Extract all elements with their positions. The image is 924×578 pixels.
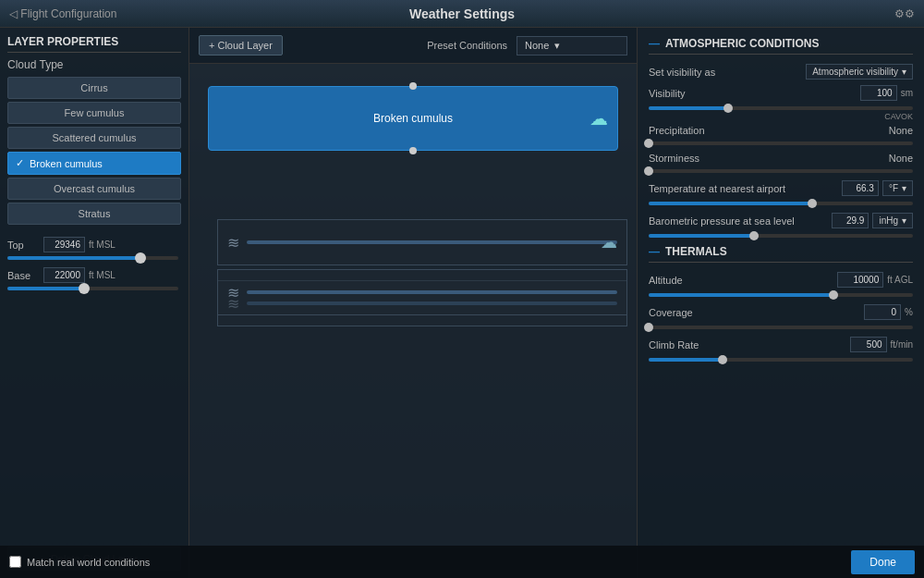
- layer-properties-title: LAYER PROPERTIES: [7, 35, 181, 53]
- settings-icon[interactable]: ⚙⚙: [894, 7, 915, 20]
- cloud-icon-small: ☁: [601, 232, 617, 252]
- top-slider[interactable]: [7, 256, 181, 260]
- temperature-unit-dropdown[interactable]: °F ▾: [882, 180, 913, 196]
- coverage-input[interactable]: [864, 304, 901, 320]
- chevron-down-icon: ▾: [554, 40, 560, 52]
- base-input[interactable]: [43, 267, 85, 283]
- altitude-slider[interactable]: [649, 293, 913, 297]
- base-row: Base ft MSL: [7, 267, 181, 283]
- storminess-slider[interactable]: [649, 169, 913, 173]
- wind-icon-2: ≋: [227, 234, 239, 252]
- coverage-label: Coverage: [649, 307, 860, 318]
- back-icon: ◁: [9, 7, 18, 20]
- main-container: LAYER PROPERTIES Cloud Type Cirrus Few c…: [0, 28, 924, 578]
- climb-rate-input[interactable]: [850, 337, 887, 352]
- precipitation-row: Precipitation None: [649, 125, 913, 136]
- set-visibility-dropdown[interactable]: Atmospheric visibility ▾: [806, 64, 913, 80]
- cloud-visualization: Broken cumulus ☁ ≋ ≋ ☁ ≋: [189, 64, 637, 578]
- bottom-dot: [409, 147, 417, 154]
- temperature-label: Temperature at nearest airport: [649, 183, 838, 194]
- cloud-btn-scattered-cumulus[interactable]: Scattered cumulus: [7, 127, 181, 149]
- add-cloud-layer-button[interactable]: + Cloud Layer: [199, 35, 283, 55]
- temp-chevron-icon: ▾: [902, 183, 906, 193]
- coverage-slider[interactable]: [649, 326, 913, 329]
- cloud-type-label: Cloud Type: [7, 58, 181, 71]
- visibility-unit: sm: [901, 88, 913, 98]
- top-row: Top ft MSL: [7, 237, 181, 252]
- broken-cumulus-label: Broken cumulus: [30, 158, 103, 169]
- storminess-label: Storminess: [649, 153, 885, 164]
- cloud-btn-overcast-cumulus[interactable]: Overcast cumulus: [7, 178, 181, 200]
- precipitation-label: Precipitation: [649, 125, 885, 136]
- match-real-world-checkbox[interactable]: [9, 556, 21, 568]
- baro-slider[interactable]: [649, 234, 913, 238]
- center-panel: + Cloud Layer Preset Conditions None ▾ B…: [189, 28, 638, 578]
- baro-input[interactable]: [832, 213, 869, 228]
- cloud-btn-cirrus[interactable]: Cirrus: [7, 77, 181, 99]
- page-title: Weather Settings: [409, 6, 515, 21]
- visibility-label: Visibility: [649, 88, 857, 99]
- wind-row-3: ≋: [217, 269, 627, 315]
- cloud-icon: ☁: [590, 107, 608, 129]
- coverage-unit: %: [905, 307, 913, 317]
- active-cloud-layer[interactable]: Broken cumulus ☁: [208, 86, 618, 151]
- atmospheric-section-title: ATMOSPHERIC CONDITIONS: [649, 37, 913, 55]
- visibility-slider[interactable]: [649, 106, 913, 110]
- climb-unit: ft/min: [891, 339, 913, 350]
- baro-unit-dropdown[interactable]: inHg ▾: [872, 213, 913, 228]
- thermals-section-title: THERMALS: [649, 245, 913, 263]
- cloud-btn-few-cumulus[interactable]: Few cumulus: [7, 102, 181, 124]
- top-bar: ◁ Flight Configuration Weather Settings …: [0, 0, 924, 28]
- base-label: Base: [7, 270, 40, 281]
- baro-label: Barometric pressure at sea level: [649, 215, 828, 227]
- wind-bar-3: [247, 290, 617, 294]
- thermals-altitude-row: Altitude ft AGL: [649, 272, 913, 288]
- cloud-btn-stratus[interactable]: Stratus: [7, 203, 181, 225]
- match-real-world-area: Match real world conditions: [9, 556, 150, 568]
- set-visibility-value: Atmospheric visibility: [812, 67, 898, 77]
- base-unit: ft MSL: [89, 270, 116, 280]
- thermals-altitude-label: Altitude: [649, 275, 833, 286]
- match-real-world-label: Match real world conditions: [27, 557, 150, 568]
- wind-icon-3: ≋: [227, 284, 239, 301]
- center-toolbar: + Cloud Layer Preset Conditions None ▾: [189, 28, 637, 64]
- chevron-icon: ▾: [902, 67, 906, 77]
- top-label: Top: [7, 240, 40, 251]
- precipitation-value: None: [889, 125, 913, 136]
- climb-rate-row: Climb Rate ft/min: [649, 337, 913, 352]
- flight-config-link[interactable]: ◁ Flight Configuration: [9, 7, 116, 20]
- flight-config-label: Flight Configuration: [20, 7, 116, 20]
- climb-slider[interactable]: [649, 358, 913, 362]
- baro-row: Barometric pressure at sea level inHg ▾: [649, 213, 913, 228]
- climb-rate-label: Climb Rate: [649, 339, 846, 350]
- temperature-input[interactable]: [842, 180, 879, 196]
- top-dot: [409, 82, 417, 90]
- preset-label: Preset Conditions: [427, 40, 507, 51]
- storminess-value: None: [889, 153, 913, 164]
- preset-value: None: [525, 40, 549, 51]
- bottom-strip: Match real world conditions Done: [0, 546, 924, 578]
- visibility-input[interactable]: [860, 85, 897, 101]
- baro-unit-text: inHg: [879, 215, 898, 226]
- temperature-row: Temperature at nearest airport °F ▾: [649, 180, 913, 196]
- base-slider[interactable]: [7, 287, 181, 290]
- cloud-btn-broken-cumulus[interactable]: Broken cumulus: [7, 152, 181, 175]
- temperature-slider[interactable]: [649, 202, 913, 205]
- preset-select[interactable]: None ▾: [517, 36, 627, 55]
- wind-row-2: ≋ ☁: [217, 219, 627, 265]
- altitude-section: Top ft MSL Base ft MSL: [7, 237, 181, 298]
- temp-unit-text: °F: [889, 183, 898, 193]
- precipitation-slider[interactable]: [649, 141, 913, 145]
- active-layer-label: Broken cumulus: [373, 112, 453, 125]
- cavok-label: CAVOK: [649, 112, 913, 121]
- storminess-row: Storminess None: [649, 153, 913, 164]
- top-unit: ft MSL: [89, 240, 116, 250]
- top-input[interactable]: [43, 237, 85, 252]
- visibility-row: Visibility sm: [649, 85, 913, 101]
- thermals-title-text: THERMALS: [665, 245, 727, 258]
- baro-chevron-icon: ▾: [902, 215, 906, 226]
- coverage-row: Coverage %: [649, 304, 913, 320]
- thermals-altitude-input[interactable]: [837, 272, 883, 288]
- set-visibility-label: Set visibility as: [649, 67, 802, 78]
- done-button[interactable]: Done: [851, 550, 915, 574]
